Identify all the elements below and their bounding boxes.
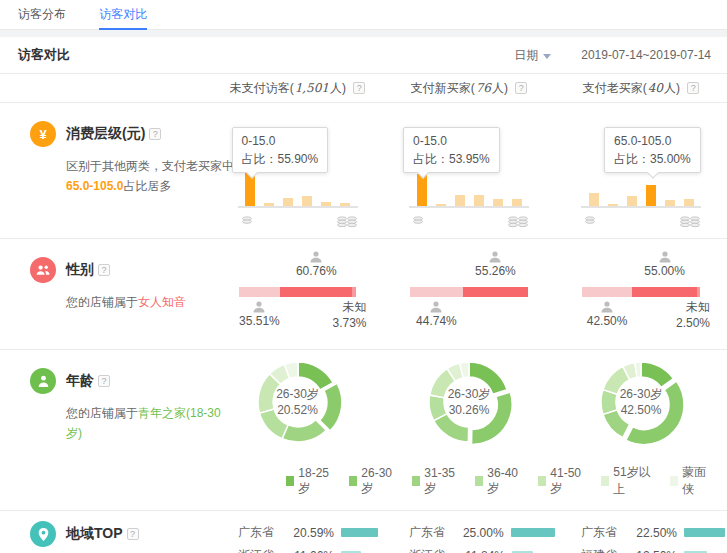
section-description: 您的店铺属于女人知音: [66, 292, 236, 312]
gender-chart-new-buyers[interactable]: 55.26% 44.74%: [383, 239, 555, 349]
region-info: 地域TOP ? 您的访客聚集在广东省: [0, 511, 212, 553]
legend-swatch: [538, 476, 546, 486]
bar-tooltip: 0-15.0 占比：55.90%: [232, 127, 329, 173]
bar-tooltip: 65.0-105.0 占比：35.00%: [604, 127, 701, 173]
region-list-old-buyers: 广东省22.50% 福建省12.50%: [555, 511, 727, 553]
column-header-old-buyers: 支付老买家(40人) ?: [555, 80, 727, 97]
column-header-row: 未支付访客(1,501人) ? 支付新买家(76人) ? 支付老买家(40人) …: [0, 74, 727, 103]
section-title: 年龄: [66, 372, 94, 390]
column-label: 支付老买家(: [583, 81, 647, 95]
help-icon[interactable]: ?: [353, 82, 365, 94]
age-legend: 18-25岁 26-30岁 31-35岁 36-40岁 41-50岁 51岁以上…: [0, 458, 727, 510]
donut-center-label: 26-30岁 42.50%: [620, 386, 663, 418]
female-stat: 55.26%: [460, 251, 530, 278]
male-percent: 35.51%: [239, 314, 280, 328]
region-bar: [341, 528, 378, 537]
unknown-label: 未知: [332, 299, 366, 315]
gender-bar[interactable]: [582, 287, 700, 297]
legend-swatch: [412, 476, 420, 486]
legend-item[interactable]: 31-35岁: [412, 466, 460, 497]
legend-item[interactable]: 51岁以上: [601, 464, 655, 498]
column-header-unpaid: 未支付访客(1,501人) ?: [212, 80, 383, 97]
unknown-percent: 3.73%: [332, 315, 366, 331]
consumption-bar-chart[interactable]: [581, 185, 701, 208]
page-gap: [0, 30, 727, 37]
donut-center-label: 26-30岁 20.52%: [276, 386, 319, 418]
section-description: 您的店铺属于青年之家(18-30岁): [66, 403, 236, 443]
help-icon[interactable]: ?: [687, 82, 699, 94]
consumption-info: ¥ 消费层级(元) ? 区别于其他两类，支付老买家中65.0-105.0占比居多: [0, 103, 212, 238]
legend-item[interactable]: 41-50岁: [538, 466, 586, 497]
gender-bar[interactable]: [410, 287, 528, 297]
age-donut-unpaid[interactable]: 26-30岁 20.52%: [212, 350, 383, 458]
gender-chart-unpaid[interactable]: 60.76% 35.51% 未知 3.73%: [212, 239, 383, 349]
desc-text: 您的店铺属于: [66, 406, 138, 420]
region-row: 广东省25.00%: [383, 521, 555, 544]
female-percent: 60.76%: [296, 264, 337, 278]
card-header: 访客对比 日期 2019-07-14~2019-07-14: [0, 37, 727, 74]
date-filter-label: 日期: [514, 47, 538, 64]
tooltip-range: 65.0-105.0: [614, 132, 691, 150]
section-title: 消费层级(元): [66, 125, 145, 143]
section-title: 地域TOP: [66, 525, 123, 543]
coin-icon: [241, 216, 253, 225]
coin-icon: [412, 216, 424, 225]
chevron-down-icon: [543, 54, 551, 59]
desc-text: 您的店铺属于: [66, 295, 138, 309]
help-icon[interactable]: ?: [515, 82, 527, 94]
column-label: 未支付访客(: [230, 81, 294, 95]
gender-info: 性别 ? 您的店铺属于女人知音: [0, 239, 212, 349]
consumption-bar-chart[interactable]: [238, 172, 358, 208]
age-donut-new-buyers[interactable]: 26-30岁 30.26%: [383, 350, 555, 458]
date-range-value[interactable]: 2019-07-14~2019-07-14: [581, 48, 711, 62]
section-gender: 性别 ? 您的店铺属于女人知音 60.76% 35.51% 未知: [0, 239, 727, 350]
gender-chart-old-buyers[interactable]: 55.00% 42.50% 未知 2.50%: [555, 239, 727, 349]
age-donut-old-buyers[interactable]: 26-30岁 42.50%: [555, 350, 727, 458]
male-stat: 44.74%: [401, 301, 471, 328]
female-stat: 60.76%: [281, 251, 351, 278]
help-icon[interactable]: ?: [98, 264, 110, 276]
male-percent: 42.50%: [587, 314, 628, 328]
legend-item[interactable]: 18-25岁: [286, 466, 334, 497]
desc-highlight: 女人知音: [138, 295, 186, 309]
column-header-new-buyers: 支付新买家(76人) ?: [383, 80, 555, 97]
female-icon: [460, 251, 530, 264]
unknown-stat: 未知 2.50%: [676, 299, 710, 331]
unknown-stat: 未知 3.73%: [332, 299, 366, 331]
help-icon[interactable]: ?: [98, 375, 110, 387]
female-icon: [630, 251, 700, 264]
unknown-percent: 2.50%: [676, 315, 710, 331]
section-description: 区别于其他两类，支付老买家中65.0-105.0占比居多: [66, 156, 236, 196]
tab-visitor-compare[interactable]: 访客对比: [99, 0, 147, 30]
tab-visitor-distribution[interactable]: 访客分布: [18, 0, 66, 30]
section-consumption-level: ¥ 消费层级(元) ? 区别于其他两类，支付老买家中65.0-105.0占比居多…: [0, 103, 727, 239]
age-info: 年龄 ? 您的店铺属于青年之家(18-30岁): [0, 350, 212, 458]
legend-item[interactable]: 36-40岁: [475, 466, 523, 497]
tooltip-ratio: 占比：53.95%: [413, 150, 490, 168]
male-percent: 44.74%: [416, 314, 457, 328]
legend-swatch: [286, 476, 294, 486]
region-bar: [511, 528, 555, 537]
legend-item[interactable]: 蒙面侠: [670, 464, 712, 498]
female-percent: 55.26%: [475, 264, 516, 278]
column-label-suffix: 人): [492, 81, 508, 95]
consumption-bar-chart[interactable]: [409, 174, 529, 208]
map-pin-icon: [30, 521, 56, 547]
date-filter[interactable]: 日期 2019-07-14~2019-07-14: [514, 47, 711, 64]
person-icon: [30, 368, 56, 394]
consumption-chart-unpaid[interactable]: 0-15.0 占比：55.90%: [212, 103, 383, 238]
tooltip-ratio: 占比：55.90%: [242, 150, 319, 168]
column-count: 76: [475, 81, 492, 95]
section-region-top: 地域TOP ? 您的访客聚集在广东省 广东省20.59% 浙江省11.06% 广…: [0, 511, 727, 553]
legend-item[interactable]: 26-30岁: [349, 466, 397, 497]
consumption-chart-old-buyers[interactable]: 65.0-105.0 占比：35.00%: [555, 103, 727, 238]
male-icon: [572, 301, 642, 314]
coin-stack-icon: [507, 216, 529, 229]
page-title: 访客对比: [18, 46, 70, 64]
consumption-chart-new-buyers[interactable]: 0-15.0 占比：53.95%: [383, 103, 555, 238]
female-stat: 55.00%: [630, 251, 700, 278]
gender-bar[interactable]: [239, 287, 357, 297]
bar-tooltip: 0-15.0 占比：53.95%: [403, 127, 500, 173]
help-icon[interactable]: ?: [149, 128, 161, 140]
help-icon[interactable]: ?: [127, 528, 139, 540]
